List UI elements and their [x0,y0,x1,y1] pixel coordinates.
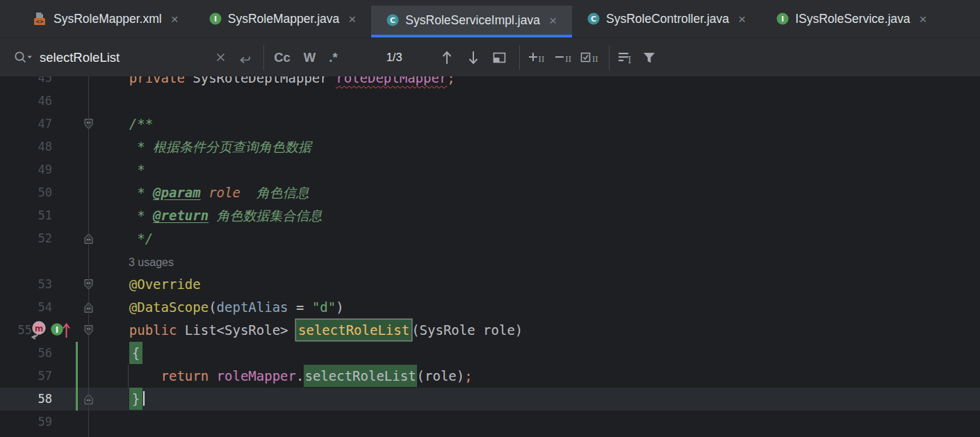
gutter: 45 [0,76,97,90]
code-line[interactable]: 55mI public List<SysRole> selectRoleList… [0,319,980,342]
svg-text:C: C [390,16,395,25]
search-input[interactable]: selectRoleList [40,50,120,65]
code-line[interactable]: 58 } [0,388,980,411]
code-token: ; [464,368,472,384]
tab-sysrolemapper-java[interactable]: I SysRoleMapper.java × [194,0,372,38]
search-history-button[interactable] [13,50,33,65]
class-icon: C [386,14,399,26]
code-token: public [129,322,185,338]
tab-close-icon[interactable]: × [549,14,557,27]
code-text: * 根据条件分页查询角色数据 [97,135,980,158]
tab-close-icon[interactable]: × [171,13,179,26]
tab-sysrolecontroller-java[interactable]: C SysRoleController.java × [572,0,761,38]
code-token: 角色信息 [240,185,309,200]
remove-occurrence-button[interactable]: II [555,52,571,63]
fold-marker-end[interactable] [83,232,95,245]
code-line[interactable]: 52 */ [0,227,980,250]
code-line[interactable]: 53 @Override [0,273,980,296]
tab-close-icon[interactable]: × [920,13,927,26]
mapper-method-icon[interactable]: m [29,320,49,340]
code-text: 3 usages [97,250,980,273]
newline-button[interactable] [238,51,252,64]
line-number: 56 [38,342,52,365]
open-results-in-window-button[interactable] [492,51,507,65]
tab-close-icon[interactable]: × [348,13,356,26]
add-occurrence-button[interactable]: II [528,52,545,63]
code-token: 角色数据集合信息 [209,208,322,223]
next-occurrence-button[interactable] [466,49,480,66]
line-number: 48 [38,135,52,158]
regex-toggle[interactable]: .* [329,50,337,65]
filter-button[interactable] [642,51,657,65]
gutter: 50 [0,181,97,204]
code-line[interactable]: 57 return roleMapper.selectRoleList(role… [0,365,980,388]
gutter: 55mI [0,319,97,342]
previous-occurrence-button[interactable] [440,49,454,66]
code-line[interactable]: 47 /** [0,113,980,135]
fold-marker-start[interactable] [83,117,95,131]
gutter: 58 [0,388,97,411]
code-text: } [97,388,980,411]
code-token: ( [209,299,216,315]
code-token [97,368,161,384]
code-text: /** [97,113,980,135]
line-number: 49 [38,158,52,181]
tab-label: ISysRoleService.java [795,12,910,26]
code-editor[interactable]: 45 private SysRoleDeptMapper roleDeptMap… [0,76,980,437]
svg-text:I: I [781,15,784,24]
usages-inlay-hint[interactable]: 3 usages [97,256,174,268]
gutter: 46 [0,90,97,113]
code-token: * [97,162,145,177]
code-token: roleMapper [217,368,296,384]
code-token: (SysRole role) [411,322,523,338]
code-token: "d" [312,299,336,315]
line-number: 58 [38,388,52,411]
tab-close-icon[interactable]: × [738,13,746,26]
code-line[interactable]: 50 * @param role 角色信息 [0,181,980,204]
fold-marker-start[interactable] [83,324,95,337]
select-all-occurrences-button[interactable]: II [580,52,598,63]
tab-sysrolemapper-xml[interactable]: <> SysRoleMapper.xml × [18,0,194,38]
plus-icon [528,52,538,63]
code-token: */ [97,231,153,246]
code-token [97,277,129,292]
fold-marker-end[interactable] [83,301,95,314]
gutter: 52 [0,227,97,250]
line-number: 57 [38,365,52,388]
gutter: 53 [0,273,97,296]
code-line[interactable]: 56 { [0,342,980,365]
code-line[interactable]: 46 [0,90,980,113]
implementing-method-icon[interactable]: I [50,320,71,340]
line-number: 59 [38,411,52,434]
open-in-tool-window-icon [492,51,507,65]
toolbar-separator [609,45,610,70]
code-token: List<SysRole> [185,322,296,338]
code-token: * 根据条件分页查询角色数据 [97,139,311,154]
code-token: @return [153,208,209,223]
code-token: @param [153,185,201,200]
clear-search-button[interactable] [215,52,226,63]
svg-text:C: C [591,15,596,24]
code-line[interactable]: 54 @DataScope(deptAlias = "d") [0,296,980,319]
code-token [201,185,209,200]
code-token: { [129,342,142,364]
arrow-down-icon [466,49,480,66]
code-line[interactable]: 45 private SysRoleDeptMapper roleDeptMap… [0,76,980,90]
whole-words-toggle[interactable]: W [304,50,316,65]
code-line[interactable]: 49 * [0,158,980,181]
code-token [97,299,129,315]
search-options-button[interactable]: I [616,50,633,65]
code-token: role [209,185,240,200]
code-line[interactable]: 59 [0,411,980,434]
code-line[interactable]: 48 * 根据条件分页查询角色数据 [0,135,980,158]
fold-marker-end[interactable] [83,393,95,406]
tab-isysroleservice-java[interactable]: I ISysRoleService.java × [761,0,942,38]
minus-icon [555,52,564,63]
fold-marker-start[interactable] [83,278,95,291]
inlay-hint-row[interactable]: 3 usages [0,250,980,273]
line-number: 53 [38,273,52,296]
code-line[interactable]: 51 * @return 角色数据集合信息 [0,204,980,227]
match-case-toggle[interactable]: Cc [274,50,291,65]
tab-sysroleserviceimpl-java[interactable]: C SysRoleServiceImpl.java × [371,6,572,38]
code-token: * [97,208,153,223]
